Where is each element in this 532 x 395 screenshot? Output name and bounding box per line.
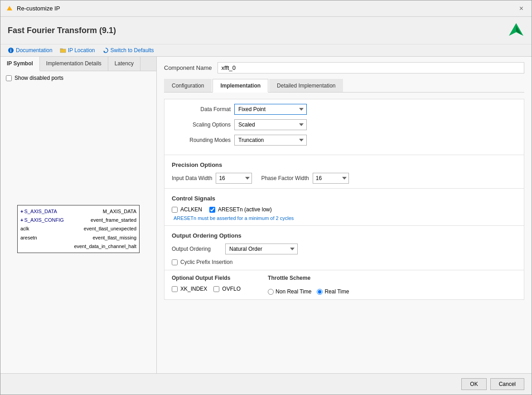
xk-index-item: XK_INDEX — [172, 286, 207, 292]
xk-index-checkbox[interactable] — [172, 286, 178, 292]
ovflo-item: OVFLO — [213, 286, 241, 292]
aresetn-item: ARESETn (active low) — [209, 206, 272, 213]
ovflo-label: OVFLO — [222, 286, 241, 292]
rounding-modes-label: Rounding Modes — [172, 137, 231, 143]
svg-text:i: i — [10, 48, 12, 53]
output-ordering-section: Output Ordering Options Output Ordering … — [164, 226, 524, 270]
aclken-label: ACLKEN — [180, 206, 202, 213]
close-button[interactable]: × — [517, 4, 526, 14]
throttle-scheme-title: Throttle Scheme — [268, 275, 349, 281]
svg-marker-0 — [7, 6, 12, 10]
vivado-logo — [508, 22, 524, 39]
output-ordering-title: Output Ordering Options — [172, 230, 517, 239]
switch-defaults-label: Switch to Defaults — [111, 47, 154, 54]
throttle-scheme-col: Throttle Scheme Non Real Time Real Time — [268, 275, 349, 295]
control-signals-section: Control Signals ACLKEN ARESETn (active l… — [164, 189, 524, 226]
aclken-item: ACLKEN — [172, 206, 202, 213]
tab-latency[interactable]: Latency — [108, 57, 140, 71]
input-data-width-item: Input Data Width 8 16 24 32 — [172, 173, 252, 184]
tab-ip-symbol[interactable]: IP Symbol — [0, 57, 40, 71]
show-disabled-label: Show disabled ports — [15, 75, 63, 81]
precision-title: Precision Options — [172, 160, 517, 168]
ip-location-label: IP Location — [68, 47, 95, 54]
real-time-label: Real Time — [324, 288, 349, 295]
tab-detailed-implementation[interactable]: Detailed Implementation — [269, 79, 343, 92]
folder-icon — [60, 47, 66, 54]
phase-factor-width-label: Phase Factor Width — [261, 175, 309, 181]
component-name-input[interactable] — [218, 62, 525, 73]
svg-rect-6 — [60, 49, 63, 49]
input-data-width-select[interactable]: 8 16 24 32 — [216, 173, 252, 184]
left-tab-bar: IP Symbol Implementation Details Latency — [0, 57, 156, 71]
cancel-button[interactable]: Cancel — [490, 378, 524, 390]
documentation-link[interactable]: i Documentation — [8, 47, 53, 54]
non-real-time-item: Non Real Time — [268, 288, 311, 295]
data-format-select[interactable]: Fixed Point Floating Point Block Floatin… — [234, 104, 307, 115]
phase-factor-width-select[interactable]: 8 16 24 32 — [313, 173, 349, 184]
scaling-options-label: Scaling Options — [172, 122, 231, 128]
aresetn-info-text: ARESETn must be asserted for a minimum o… — [172, 215, 517, 221]
phase-factor-width-item: Phase Factor Width 8 16 24 32 — [261, 173, 348, 184]
output-ordering-label: Output Ordering — [172, 246, 222, 252]
output-ordering-select[interactable]: Natural Order Bit/Digit Reversed Order — [225, 244, 298, 254]
data-format-row: Data Format Fixed Point Floating Point B… — [172, 104, 517, 115]
documentation-label: Documentation — [16, 47, 53, 54]
show-disabled-checkbox[interactable] — [6, 75, 12, 81]
component-name-label: Component Name — [164, 64, 212, 71]
footer: OK Cancel — [0, 373, 532, 395]
aclken-checkbox[interactable] — [172, 207, 178, 213]
title-bar: Re-customize IP — [6, 5, 60, 12]
scaling-options-row: Scaling Options Scaled Unscaled — [172, 119, 517, 130]
tab-implementation-details[interactable]: Implementation Details — [40, 57, 108, 71]
cyclic-prefix-checkbox[interactable] — [172, 259, 178, 265]
input-data-width-label: Input Data Width — [172, 175, 212, 181]
right-tab-bar: Configuration Implementation Detailed Im… — [164, 79, 524, 93]
optional-fields-title: Optional Output Fields — [172, 275, 241, 281]
cyclic-prefix-row: Cyclic Prefix Insertion — [172, 259, 517, 265]
app-icon — [6, 5, 13, 12]
precision-section: Precision Options Input Data Width 8 16 … — [164, 155, 524, 189]
title-bar-text: Re-customize IP — [17, 5, 60, 12]
ip-symbol-diagram: +S_AXIS_DATA M_AXIS_DATA +S_AXIS_CONFIG … — [17, 205, 140, 254]
real-time-radio[interactable] — [317, 289, 323, 295]
info-icon: i — [8, 47, 14, 54]
ip-location-link[interactable]: IP Location — [60, 47, 95, 54]
show-disabled-row: Show disabled ports — [0, 71, 156, 85]
cyclic-prefix-label: Cyclic Prefix Insertion — [180, 259, 232, 265]
scaling-options-select[interactable]: Scaled Unscaled — [234, 119, 307, 130]
aresetn-checkbox[interactable] — [209, 207, 215, 213]
data-format-label: Data Format — [172, 106, 231, 112]
switch-defaults-link[interactable]: Switch to Defaults — [102, 47, 154, 54]
optional-fields-col: Optional Output Fields XK_INDEX OVFLO — [172, 275, 241, 295]
control-signals-title: Control Signals — [172, 193, 517, 202]
non-real-time-radio[interactable] — [268, 289, 274, 295]
rounding-modes-row: Rounding Modes Truncation Convergent — [172, 135, 517, 146]
format-section: Data Format Fixed Point Floating Point B… — [164, 99, 524, 155]
ovflo-checkbox[interactable] — [213, 286, 219, 292]
tab-implementation[interactable]: Implementation — [213, 79, 268, 93]
rounding-modes-select[interactable]: Truncation Convergent — [234, 135, 307, 146]
optional-section: Optional Output Fields XK_INDEX OVFLO — [164, 270, 524, 299]
real-time-item: Real Time — [317, 288, 349, 295]
ok-button[interactable]: OK — [461, 378, 486, 390]
refresh-icon — [102, 47, 109, 54]
xk-index-label: XK_INDEX — [180, 286, 207, 292]
page-title: Fast Fourier Transform (9.1) — [8, 26, 116, 35]
tab-configuration[interactable]: Configuration — [164, 79, 212, 92]
component-name-row: Component Name — [164, 62, 524, 73]
aresetn-label: ARESETn (active low) — [218, 206, 272, 213]
non-real-time-label: Non Real Time — [276, 288, 311, 295]
